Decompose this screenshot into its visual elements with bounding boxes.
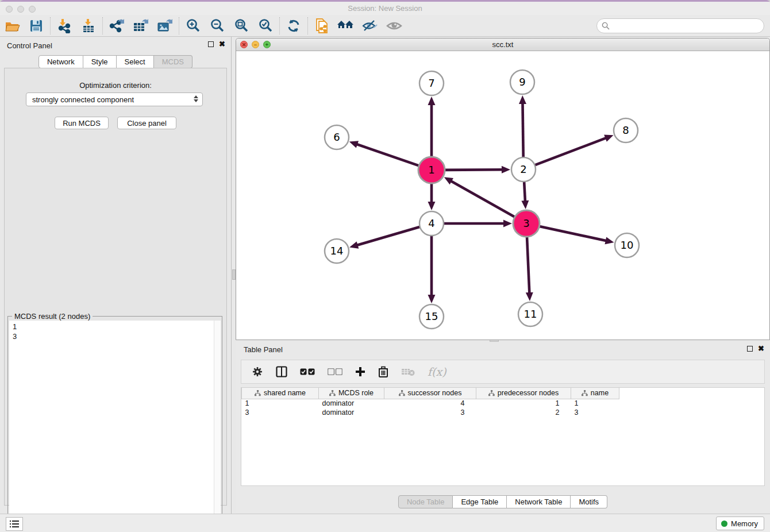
window-titlebar[interactable]: Session: New Session [0,2,770,15]
add-column-icon[interactable] [355,367,365,377]
settings-gear-icon[interactable] [252,366,263,377]
table-cell[interactable]: 1 [571,399,619,408]
export-image-button[interactable] [153,16,177,36]
graph-edge-arrowhead [428,202,436,210]
export-table-button[interactable] [129,16,153,36]
vertical-splitter[interactable] [231,37,236,514]
column-layout-icon[interactable] [276,366,287,377]
graph-edge-1-6[interactable] [356,144,420,166]
graph-node-6[interactable]: 6 [325,125,349,149]
graph-edge-2-8[interactable] [534,138,607,165]
tab-network[interactable]: Network [38,55,83,68]
table-cell[interactable]: 3 [384,408,476,417]
graph-node-2[interactable]: 2 [511,157,536,182]
toolbar-separator [179,17,179,34]
column-header-predecessor-nodes[interactable]: predecessor nodes [476,388,571,399]
table-cell[interactable]: 3 [571,408,619,417]
graph-node-3[interactable]: 3 [513,210,540,237]
run-mcds-button[interactable]: Run MCDS [55,117,109,129]
graph-edge-3-10[interactable] [538,226,607,241]
table-cell[interactable]: dominator [319,399,384,408]
delete-table-icon [401,367,415,376]
graph-node-7[interactable]: 7 [419,71,444,95]
table-tabs: Node TableEdge TableNetwork TableMotifs [236,495,770,508]
tab-mcds[interactable]: MCDS [154,55,192,68]
column-type-icon [255,390,261,396]
refresh-button[interactable] [282,16,306,36]
task-history-button[interactable] [6,517,23,531]
graph-node-15[interactable]: 15 [419,304,444,329]
tab-edge-table[interactable]: Edge Table [453,495,507,508]
graph-edge-3-11[interactable] [527,236,529,294]
table-cell[interactable]: 3 [242,408,319,417]
zoom-in-button[interactable] [181,16,205,36]
select-all-columns-icon[interactable] [300,368,315,375]
column-header-MCDS-role[interactable]: MCDS role [319,388,384,399]
zoom-selected-icon [258,18,273,33]
search-input[interactable] [596,18,764,33]
table-row[interactable]: 1dominator411 [242,399,619,408]
table-cell[interactable]: 1 [476,399,571,408]
unselect-all-columns-icon[interactable] [328,368,342,375]
toolbar-separator [307,17,308,34]
graph-edge-2-3[interactable] [524,180,525,202]
criterion-select[interactable]: strongly connected component [26,92,203,106]
zoom-fit-button[interactable] [229,16,253,36]
save-session-button[interactable] [24,16,48,36]
tab-node-table[interactable]: Node Table [398,495,453,508]
table-cell[interactable]: 1 [242,399,319,408]
graph-edge-1-2[interactable] [444,169,503,170]
export-network-button[interactable] [105,16,129,36]
close-panel-button[interactable]: Close panel [117,117,176,129]
network-graph[interactable]: 7968124314101511 [236,51,769,340]
graph-node-9[interactable]: 9 [510,70,534,94]
float-table-panel-icon[interactable] [747,346,753,352]
graph-node-4[interactable]: 4 [419,211,444,236]
hide-selected-icon [362,20,378,32]
hide-selected-button[interactable] [358,16,382,36]
table-cell[interactable]: 4 [384,399,476,408]
table-toolbar: f(x) [241,360,765,384]
import-table-button[interactable] [76,16,101,36]
import-network-button[interactable] [52,16,76,36]
tab-style[interactable]: Style [83,55,117,68]
mcds-result-list[interactable]: 13 [9,321,214,531]
first-neighbors-button[interactable] [334,16,358,36]
graph-edge-2-9[interactable] [522,103,523,159]
table-cell[interactable]: dominator [319,408,384,417]
table-body: 1dominator4113dominator323 [242,399,619,417]
table-row[interactable]: 3dominator323 [242,408,619,417]
search-icon [602,22,610,30]
graph-node-10[interactable]: 10 [615,233,639,257]
clone-network-button[interactable] [310,16,334,36]
tab-network-table[interactable]: Network Table [507,495,571,508]
graph-edge-3-1[interactable] [451,181,516,218]
graph-edge-arrowhead [605,237,614,245]
graph-node-1[interactable]: 1 [418,157,445,183]
column-header-name[interactable]: name [571,388,619,399]
optimization-criterion-label: Optimization criterion: [5,81,226,90]
tab-motifs[interactable]: Motifs [571,495,607,508]
graph-node-8[interactable]: 8 [614,118,638,142]
close-panel-icon[interactable]: ✖ [219,41,225,48]
zoom-out-button[interactable] [205,16,229,36]
show-all-button[interactable] [382,16,406,36]
result-scrollbar[interactable] [214,321,221,531]
float-panel-icon[interactable] [208,41,214,47]
table-panel: Table Panel ✖ [236,342,770,512]
delete-column-icon[interactable] [378,366,388,377]
graph-node-label: 6 [333,131,340,143]
column-header-successor-nodes[interactable]: successor nodes [384,388,476,399]
column-header-shared-name[interactable]: shared name [242,388,319,399]
table-cell[interactable]: 2 [476,408,571,417]
memory-button[interactable]: Memory [716,516,764,530]
open-session-button[interactable] [0,16,24,36]
network-window-title: scc.txt [236,40,769,49]
graph-node-11[interactable]: 11 [518,302,542,326]
tab-select[interactable]: Select [117,55,154,68]
close-table-panel-icon[interactable]: ✖ [758,345,764,352]
graph-node-14[interactable]: 14 [325,239,349,263]
network-window-titlebar[interactable]: ✕ − + scc.txt [236,38,769,51]
graph-edge-4-14[interactable] [357,226,421,245]
zoom-selected-button[interactable] [253,16,278,36]
